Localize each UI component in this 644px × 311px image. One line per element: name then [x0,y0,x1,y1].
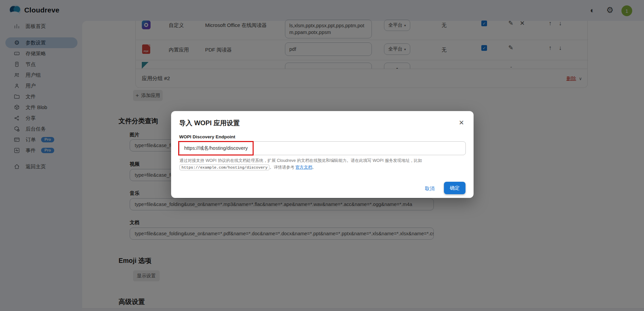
helper-text: 通过对接支持 WOPI 协议的在线文档处理系统，扩展 Cloudreve 的文档… [180,157,436,171]
example-url-code: https://example.com/hosting/discovery [180,165,269,170]
wopi-endpoint-input[interactable]: https://域名/hosting/discovery [179,141,466,155]
confirm-button[interactable]: 确定 [444,182,465,194]
dialog-title: 导入 WOPI 应用设置 [179,118,240,128]
wopi-endpoint-label: WOPI Discovery Endpoint [179,134,235,139]
official-docs-link[interactable]: 官方文档 [296,165,312,170]
wopi-endpoint-value: https://域名/hosting/discovery [184,145,248,151]
close-icon[interactable]: ✕ [459,119,464,127]
cancel-button[interactable]: 取消 [422,183,438,194]
cloudreve-admin-screen: Cloudreve ◐ ⚙ 1 面板首页 ⚙ 参数设置 存储策略 节点 用户组 … [0,0,644,311]
